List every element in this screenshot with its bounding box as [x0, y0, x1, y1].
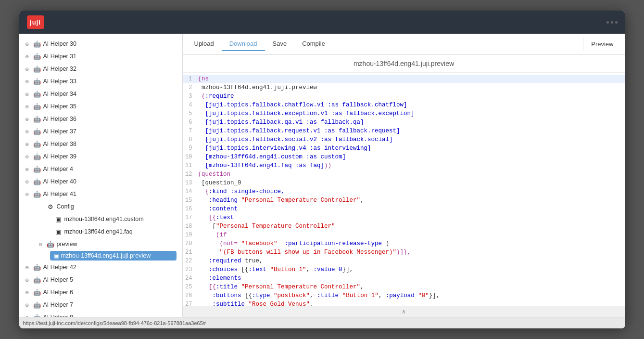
sidebar-label-ai39: AI Helper 39	[43, 153, 76, 160]
robot-icon-ai38: 🤖	[33, 140, 41, 148]
robot-icon-ai39: 🤖	[33, 152, 41, 161]
code-line-7: 7 [juji.topics.fallback.request.v1 :as f…	[183, 127, 625, 135]
sidebar-item-ai37[interactable]: ⊕ 🤖 AI Helper 37	[19, 125, 182, 138]
preview-file-label: mzhou-13ff64d.eng41.juji.preview	[61, 252, 151, 259]
code-line-18: 18 ["Personal Temperature Controller"	[183, 222, 625, 231]
code-area[interactable]: 1 (ns 2 mzhou-13ff64d.eng41.juji.preview…	[183, 73, 625, 306]
titlebar: juji	[19, 11, 625, 34]
sidebar-label-ai33: AI Helper 33	[43, 78, 76, 85]
sidebar-item-ai41[interactable]: ⊖ 🤖 AI Helper 41	[19, 188, 182, 200]
sidebar-item-config[interactable]: ⚙ Config	[19, 200, 182, 213]
sidebar-item-custom[interactable]: ▣ mzhou-13ff64d.eng41.custom	[19, 213, 182, 225]
code-line-17: 17 [{:text	[183, 213, 625, 222]
sidebar-item-ai33[interactable]: ⊕ 🤖 AI Helper 33	[19, 75, 182, 88]
editor-pane: Upload Download Save Compile Preview mzh…	[183, 34, 625, 317]
expand-icon-ai33[interactable]: ⊕	[23, 78, 31, 85]
sidebar-item-preview-file[interactable]: ▣ mzhou-13ff64d.eng41.juji.preview	[21, 251, 180, 261]
sidebar-item-ai38[interactable]: ⊕ 🤖 AI Helper 38	[19, 138, 182, 150]
download-button[interactable]: Download	[222, 37, 265, 51]
sidebar-label-ai7: AI Helper 7	[43, 301, 74, 308]
bottom-bar: https://test.juji-inc.com/ide/configs/5d…	[19, 317, 625, 328]
robot-icon-ai37: 🤖	[33, 127, 41, 136]
sidebar-item-ai6[interactable]: ⊕ 🤖 AI Helper 6	[19, 286, 182, 299]
expand-arrow[interactable]: ∧	[183, 306, 625, 317]
expand-icon-ai37[interactable]: ⊕	[23, 128, 31, 135]
sidebar-label-config: Config	[57, 203, 74, 210]
robot-icon-ai8: 🤖	[33, 313, 41, 317]
sidebar-item-ai4[interactable]: ⊕ 🤖 AI Helper 4	[19, 163, 182, 175]
titlebar-dot-1	[606, 21, 609, 24]
code-line-12: 12 (question	[183, 170, 625, 179]
robot-icon-ai36: 🤖	[33, 115, 41, 123]
expand-icon-ai40[interactable]: ⊕	[23, 178, 31, 185]
robot-icon-ai34: 🤖	[33, 90, 41, 98]
sidebar-item-ai5[interactable]: ⊕ 🤖 AI Helper 5	[19, 274, 182, 286]
sidebar-label-ai32: AI Helper 32	[43, 65, 76, 72]
sidebar-item-ai7[interactable]: ⊕ 🤖 AI Helper 7	[19, 299, 182, 311]
main-content: ⊕ 🤖 AI Helper 30 ⊕ 🤖 AI Helper 31 ⊕ 🤖 AI…	[19, 34, 625, 317]
expand-icon-ai6[interactable]: ⊕	[23, 288, 31, 296]
sidebar-item-ai36[interactable]: ⊕ 🤖 AI Helper 36	[19, 113, 182, 125]
robot-icon-ai5: 🤖	[33, 275, 41, 284]
expand-icon-ai32[interactable]: ⊕	[23, 65, 31, 73]
expand-icon-ai34[interactable]: ⊕	[23, 90, 31, 98]
code-line-9: 9 [juji.topics.interviewing.v4 :as inter…	[183, 144, 625, 153]
expand-icon-preview-folder[interactable]: ⊖	[37, 240, 44, 248]
save-button[interactable]: Save	[265, 37, 295, 51]
robot-icon-ai35: 🤖	[33, 102, 41, 111]
expand-icon-ai42[interactable]: ⊕	[23, 263, 31, 271]
code-line-21: 21 "(FB buttons will show up in Facebook…	[183, 248, 625, 257]
robot-icon-ai42: 🤖	[33, 263, 41, 272]
robot-icon-ai30: 🤖	[33, 39, 41, 48]
expand-icon-ai30[interactable]: ⊕	[23, 40, 31, 48]
sidebar-label-ai37: AI Helper 37	[43, 128, 76, 135]
sidebar-item-ai42[interactable]: ⊕ 🤖 AI Helper 42	[19, 261, 182, 274]
sidebar-item-ai31[interactable]: ⊕ 🤖 AI Helper 31	[19, 50, 182, 63]
code-line-5: 5 [juji.topics.fallback.exception.v1 :as…	[183, 109, 625, 118]
sidebar-label-ai42: AI Helper 42	[43, 264, 76, 271]
expand-icon-faq	[44, 228, 52, 235]
sidebar-item-ai40[interactable]: ⊕ 🤖 AI Helper 40	[19, 175, 182, 188]
compile-button[interactable]: Compile	[294, 37, 333, 51]
upload-button[interactable]: Upload	[187, 37, 222, 51]
sidebar-label-preview-folder: preview	[57, 241, 77, 248]
expand-icon-ai5[interactable]: ⊕	[23, 276, 31, 284]
expand-icon-ai8[interactable]: ⊕	[23, 313, 31, 317]
titlebar-dot-3	[615, 21, 618, 24]
expand-icon-ai39[interactable]: ⊕	[23, 153, 31, 160]
code-line-19: 19 (if	[183, 231, 625, 239]
expand-icon-ai36[interactable]: ⊕	[23, 115, 31, 123]
code-line-13: 13 [question_9	[183, 179, 625, 187]
sidebar-label-ai4: AI Helper 4	[43, 166, 74, 172]
sidebar-label-custom: mzhou-13ff64d.eng41.custom	[64, 216, 144, 222]
expand-icon-ai31[interactable]: ⊕	[23, 52, 31, 60]
code-line-1: 1 (ns	[183, 75, 625, 83]
expand-icon-ai38[interactable]: ⊕	[23, 140, 31, 148]
robot-icon-ai6: 🤖	[33, 288, 41, 297]
expand-icon-ai4[interactable]: ⊕	[23, 165, 31, 173]
preview-button[interactable]: Preview	[583, 38, 621, 51]
expand-icon-config[interactable]	[37, 203, 44, 210]
code-line-27: 27 :subtitle "Rose Gold Venus",	[183, 300, 625, 306]
sidebar-item-faq[interactable]: ▣ mzhou-13ff64d.eng41.faq	[19, 225, 182, 238]
sidebar-label-ai38: AI Helper 38	[43, 141, 76, 147]
editor-header: mzhou-13ff64d.eng41.juji.preview	[183, 55, 625, 73]
robot-icon-ai31: 🤖	[33, 52, 41, 61]
doc-icon-faq: ▣	[54, 227, 63, 236]
expand-icon-ai41[interactable]: ⊖	[23, 190, 31, 198]
sidebar-item-ai30[interactable]: ⊕ 🤖 AI Helper 30	[19, 38, 182, 50]
sidebar-item-ai35[interactable]: ⊕ 🤖 AI Helper 35	[19, 100, 182, 113]
sidebar-item-ai39[interactable]: ⊕ 🤖 AI Helper 39	[19, 150, 182, 163]
titlebar-menu[interactable]	[606, 21, 618, 24]
code-line-11: 11 [mzhou-13ff64d.eng41.faq :as faq]))	[183, 161, 625, 170]
robot-icon-ai40: 🤖	[33, 177, 41, 186]
sidebar-label-ai40: AI Helper 40	[43, 178, 76, 185]
expand-icon-ai35[interactable]: ⊕	[23, 103, 31, 110]
sidebar-item-preview-folder[interactable]: ⊖ 🤖 preview	[19, 238, 182, 250]
sidebar-item-ai32[interactable]: ⊕ 🤖 AI Helper 32	[19, 63, 182, 75]
code-line-3: 3 (:require	[183, 92, 625, 101]
sidebar-item-ai34[interactable]: ⊕ 🤖 AI Helper 34	[19, 88, 182, 100]
expand-icon-ai7[interactable]: ⊕	[23, 301, 31, 309]
sidebar-item-ai8[interactable]: ⊕ 🤖 AI Helper 8	[19, 311, 182, 317]
sidebar-label-ai34: AI Helper 34	[43, 91, 76, 97]
